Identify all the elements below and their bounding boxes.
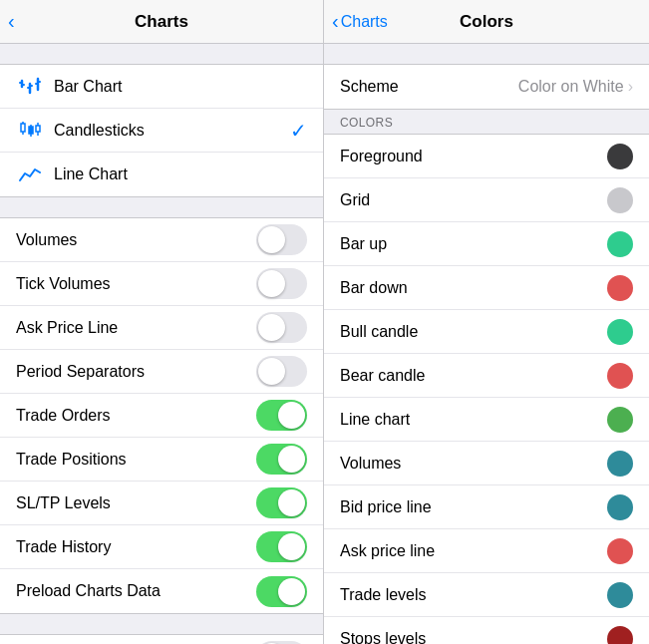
tick-volumes-label: Tick Volumes [16,275,256,293]
line-chart-color-row[interactable]: Line chart [324,398,649,442]
trade-history-row[interactable]: Trade History [0,525,323,569]
candlesticks-label: Candlesticks [54,122,282,140]
sl-tp-levels-row[interactable]: SL/TP Levels [0,482,323,525]
bear-candle-label: Bear candle [340,367,607,385]
grid-label: Grid [340,191,607,209]
toggle-group-2: OHLC Data Window One Click Trading Tradi… [0,634,323,644]
volumes-color-row[interactable]: Volumes [324,442,649,485]
bar-up-row[interactable]: Bar up [324,222,649,266]
bull-candle-row[interactable]: Bull candle [324,310,649,354]
tick-volumes-row[interactable]: Tick Volumes [0,262,323,306]
bar-down-row[interactable]: Bar down [324,266,649,310]
scheme-arrow-icon: › [628,78,633,96]
bull-candle-color-dot[interactable] [607,319,633,345]
stops-levels-color-dot[interactable] [607,626,633,644]
scheme-row[interactable]: Scheme Color on White › [324,65,649,109]
period-separators-row[interactable]: Period Separators [0,350,323,394]
scheme-value: Color on White [518,78,624,96]
colors-section-header: COLORS [324,110,649,134]
preload-charts-data-row[interactable]: Preload Charts Data [0,569,323,613]
right-back-chevron-icon: ‹ [332,11,339,31]
colors-group: Foreground Grid Bar up Bar down Bull can… [324,134,649,644]
period-separators-toggle[interactable] [256,356,307,387]
bar-up-color-dot[interactable] [607,231,633,257]
grid-color-dot[interactable] [607,187,633,213]
trade-positions-toggle[interactable] [256,444,307,475]
svg-rect-10 [21,124,25,132]
ask-price-line-row[interactable]: Ask Price Line [0,306,323,350]
grid-row[interactable]: Grid [324,178,649,222]
scheme-label: Scheme [340,78,518,96]
trade-positions-label: Trade Positions [16,451,256,469]
chart-type-group: Bar Chart Candlesticks ✓ [0,64,323,197]
stops-levels-label: Stops levels [340,630,607,644]
right-back-button[interactable]: ‹ Charts [332,12,388,31]
period-separators-label: Period Separators [16,363,256,381]
bear-candle-color-dot[interactable] [607,363,633,389]
preload-charts-data-toggle[interactable] [256,576,307,607]
bull-candle-label: Bull candle [340,323,607,341]
trade-orders-toggle[interactable] [256,400,307,431]
right-back-label: Charts [341,13,388,31]
foreground-row[interactable]: Foreground [324,135,649,178]
left-panel: ‹ Charts Bar Chart [0,0,324,644]
toggle-group-1: Volumes Tick Volumes Ask Price Line Peri… [0,217,323,614]
ask-price-line-color-label: Ask price line [340,542,607,560]
bar-chart-row[interactable]: Bar Chart [0,65,323,109]
candlesticks-checkmark: ✓ [290,119,307,143]
ask-price-line-color-row[interactable]: Ask price line [324,529,649,573]
bar-down-color-dot[interactable] [607,275,633,301]
left-back-button[interactable]: ‹ [8,12,15,31]
svg-rect-16 [36,126,40,132]
right-panel: ‹ Charts Colors Scheme Color on White › … [324,0,649,644]
tick-volumes-toggle[interactable] [256,268,307,299]
line-chart-icon [16,161,44,188]
scheme-group: Scheme Color on White › [324,64,649,110]
ask-price-line-color-dot[interactable] [607,538,633,564]
volumes-toggle[interactable] [256,224,307,255]
trade-orders-label: Trade Orders [16,407,256,425]
line-chart-row[interactable]: Line Chart [0,153,323,196]
bear-candle-row[interactable]: Bear candle [324,354,649,398]
ask-price-line-label: Ask Price Line [16,319,256,337]
ask-price-line-toggle[interactable] [256,312,307,343]
foreground-label: Foreground [340,148,607,165]
trade-positions-row[interactable]: Trade Positions [0,438,323,482]
trade-history-label: Trade History [16,538,256,556]
candlesticks-icon [16,117,44,145]
bid-price-line-color-dot[interactable] [607,494,633,520]
scheme-section: Scheme Color on White › [324,64,649,110]
ohlc-row[interactable]: OHLC [0,635,323,644]
right-nav-bar: ‹ Charts Colors [324,0,649,44]
bar-chart-label: Bar Chart [54,78,307,96]
trade-orders-row[interactable]: Trade Orders [0,394,323,438]
trade-levels-color-dot[interactable] [607,582,633,608]
volumes-label: Volumes [16,231,256,249]
trade-levels-row[interactable]: Trade levels [324,573,649,617]
volumes-color-dot[interactable] [607,451,633,477]
bar-chart-icon [16,73,44,101]
trade-levels-label: Trade levels [340,586,607,604]
stops-levels-row[interactable]: Stops levels [324,617,649,644]
candlesticks-row[interactable]: Candlesticks ✓ [0,109,323,153]
svg-rect-13 [29,127,33,134]
bid-price-line-row[interactable]: Bid price line [324,485,649,529]
bar-down-label: Bar down [340,279,607,297]
sl-tp-levels-label: SL/TP Levels [16,494,256,512]
foreground-color-dot[interactable] [607,144,633,169]
preload-charts-data-label: Preload Charts Data [16,582,256,600]
line-chart-color-dot[interactable] [607,407,633,433]
line-chart-label: Line Chart [54,165,307,183]
right-nav-title: Colors [460,12,513,32]
trade-history-toggle[interactable] [256,531,307,562]
colors-header-label: COLORS [340,116,393,130]
volumes-row[interactable]: Volumes [0,218,323,262]
left-nav-title: Charts [135,12,188,32]
bar-up-label: Bar up [340,235,607,253]
sl-tp-levels-toggle[interactable] [256,487,307,518]
line-chart-color-label: Line chart [340,411,607,429]
volumes-color-label: Volumes [340,455,607,473]
left-nav-bar: ‹ Charts [0,0,323,44]
bid-price-line-label: Bid price line [340,498,607,516]
left-back-chevron-icon: ‹ [8,11,15,31]
